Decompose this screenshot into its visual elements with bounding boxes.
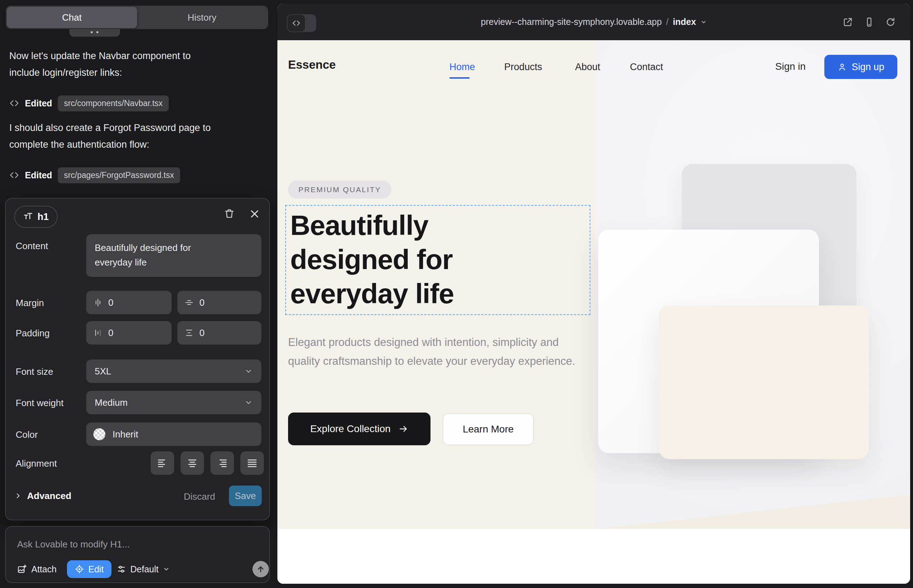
signup-button[interactable]: Sign up [824, 55, 897, 79]
site-logo[interactable]: Essence [288, 58, 336, 71]
edit-mode-button[interactable]: Edit [67, 560, 112, 578]
sliders-icon [117, 564, 126, 574]
mode-selector[interactable]: Default [117, 560, 170, 578]
margin-label: Margin [16, 297, 44, 309]
site-lower-section [277, 529, 910, 584]
delete-element-button[interactable] [223, 208, 235, 219]
alignment-label: Alignment [16, 458, 57, 469]
learn-more-button[interactable]: Learn More [443, 413, 534, 445]
close-icon[interactable] [249, 208, 260, 219]
mobile-view-icon[interactable] [864, 17, 874, 27]
element-tag-chip[interactable]: h1 [14, 206, 58, 228]
tab-history[interactable]: History [137, 7, 267, 28]
font-size-value: 5XL [95, 366, 111, 377]
font-weight-select[interactable]: Medium [86, 391, 261, 414]
padding-y-value: 0 [199, 328, 204, 339]
nav-active-underline [449, 77, 469, 79]
margin-vertical-icon [185, 298, 194, 307]
padding-y-input[interactable]: 0 [177, 321, 261, 344]
app: Chat History Now let's update the Navbar… [0, 0, 913, 588]
composer-input[interactable]: Ask Lovable to modify H1... [17, 539, 130, 550]
sidebar-tab-bar: Chat History [6, 6, 268, 29]
element-inspector-panel: h1 Content Beautifully designed for ever… [5, 198, 270, 520]
nav-link-about[interactable]: About [575, 61, 601, 73]
type-icon [23, 212, 33, 222]
element-tag-label: h1 [37, 212, 49, 223]
font-size-label: Font size [16, 366, 53, 377]
attach-label: Attach [31, 564, 57, 575]
content-input[interactable]: Beautifully designed for everyday life [86, 234, 261, 277]
chat-sidebar: Chat History Now let's update the Navbar… [0, 0, 277, 588]
chevron-down-icon [701, 19, 707, 25]
url-page: index [673, 17, 696, 27]
chat-composer: Ask Lovable to modify H1... Attach Edit … [5, 526, 270, 583]
browser-topbar: preview--charming-site-symphony.lovable.… [277, 3, 910, 40]
edited-file-row: Edited src/pages/ForgotPassword.tsx [9, 166, 180, 184]
attach-button[interactable]: Attach [17, 560, 57, 578]
explore-collection-label: Explore Collection [310, 423, 391, 435]
preview-browser: preview--charming-site-symphony.lovable.… [277, 3, 910, 584]
align-justify-button[interactable] [240, 451, 264, 475]
target-icon [75, 564, 84, 574]
explore-collection-button[interactable]: Explore Collection [288, 412, 431, 445]
nav-link-home[interactable]: Home [449, 61, 475, 73]
edited-file-badge[interactable]: src/components/Navbar.tsx [58, 95, 168, 111]
code-icon [9, 98, 19, 108]
padding-vertical-icon [185, 328, 194, 338]
open-external-icon[interactable] [842, 17, 853, 27]
align-center-button[interactable] [181, 451, 204, 475]
chevron-down-icon [244, 367, 253, 375]
padding-x-value: 0 [108, 328, 113, 339]
url-bar[interactable]: preview--charming-site-symphony.lovable.… [277, 3, 910, 40]
font-size-select[interactable]: 5XL [86, 360, 261, 383]
margin-y-value: 0 [199, 297, 204, 308]
url-separator: / [666, 17, 669, 27]
browser-actions [842, 3, 896, 40]
arrow-right-icon [398, 424, 408, 434]
code-icon [9, 170, 19, 180]
padding-horizontal-icon [93, 328, 102, 338]
save-button[interactable]: Save [229, 486, 262, 506]
signup-label: Sign up [852, 61, 884, 73]
font-weight-value: Medium [95, 397, 128, 408]
margin-x-input[interactable]: 0 [86, 291, 172, 314]
margin-y-input[interactable]: 0 [177, 291, 261, 314]
hero-heading[interactable]: Beautifully designed for everyday life [290, 208, 525, 311]
padding-x-input[interactable]: 0 [86, 321, 172, 344]
transparent-swatch-icon [93, 428, 105, 440]
nav-link-contact[interactable]: Contact [630, 61, 663, 73]
margin-horizontal-icon [93, 298, 102, 307]
color-label: Color [16, 429, 38, 440]
user-icon [837, 62, 847, 71]
align-right-button[interactable] [210, 451, 234, 475]
hero-cream-card [659, 305, 869, 459]
chevron-down-icon [163, 565, 170, 573]
align-left-button[interactable] [151, 451, 174, 475]
hero-description: Elegant products designed with intention… [288, 333, 576, 370]
refresh-icon[interactable] [885, 17, 896, 27]
margin-x-value: 0 [108, 297, 113, 308]
scrolled-file-chip [70, 29, 120, 37]
site-hero-section: Essence Home Products About Contact Sign… [277, 40, 910, 529]
mode-label: Default [130, 564, 159, 575]
edited-file-badge[interactable]: src/pages/ForgotPassword.tsx [58, 167, 180, 183]
padding-label: Padding [16, 328, 50, 339]
chat-message: Now let's update the Navbar component to… [9, 48, 218, 81]
chat-message: I should also create a Forgot Password p… [9, 120, 218, 153]
edited-label: Edited [25, 98, 52, 108]
edited-file-row: Edited src/components/Navbar.tsx [9, 95, 169, 112]
send-button[interactable] [253, 561, 269, 577]
content-label: Content [16, 241, 48, 252]
signin-link[interactable]: Sign in [775, 61, 806, 72]
color-value: Inherit [113, 429, 138, 440]
discard-button[interactable]: Discard [184, 491, 215, 502]
edit-label: Edit [88, 564, 104, 575]
chevron-down-icon [244, 398, 253, 407]
tab-chat[interactable]: Chat [7, 7, 137, 28]
color-select[interactable]: Inherit [86, 423, 261, 446]
advanced-label: Advanced [27, 491, 71, 501]
hero-diagonal-wedge [596, 495, 910, 529]
nav-link-products[interactable]: Products [504, 61, 542, 73]
advanced-toggle[interactable]: Advanced [14, 486, 71, 506]
font-weight-label: Font weight [16, 397, 63, 409]
